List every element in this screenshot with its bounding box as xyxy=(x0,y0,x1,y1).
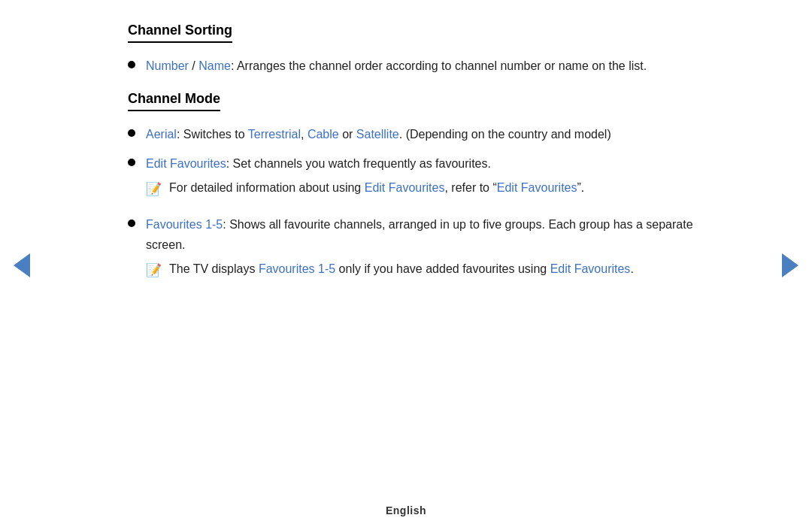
note-text-prefix: For detailed information about using xyxy=(169,181,365,194)
note-text: For detailed information about using Edi… xyxy=(169,178,584,198)
aerial-text3: or xyxy=(339,128,356,141)
note-edit-fav-link2: Edit Favourites xyxy=(497,181,577,194)
fav15-note: 📝 The TV displays Favourites 1-5 only if… xyxy=(146,259,634,281)
number-link: Number xyxy=(146,59,189,72)
bullet-dot xyxy=(128,220,135,227)
channel-mode-title: Channel Mode xyxy=(128,91,220,111)
aerial-link: Aerial xyxy=(146,128,177,141)
note-icon: 📝 xyxy=(146,260,162,281)
edit-favourites-link: Edit Favourites xyxy=(146,157,226,170)
note-icon: 📝 xyxy=(146,179,162,200)
note-text: The TV displays Favourites 1-5 only if y… xyxy=(169,259,634,279)
channel-sorting-section: Channel Sorting Number / Name: Arranges … xyxy=(128,23,707,76)
fav15-note-link2: Edit Favourites xyxy=(550,262,631,275)
bullet-dot xyxy=(128,159,135,166)
fav15-text1: : Shows all favourite channels, arranged… xyxy=(146,218,693,250)
fav15-note-prefix: The TV displays xyxy=(169,262,259,275)
separator: / xyxy=(189,59,198,72)
edit-fav-text1: : Set channels you watch frequently as f… xyxy=(226,157,491,170)
bullet-dot xyxy=(128,129,135,137)
satellite-link: Satellite xyxy=(356,128,399,141)
aerial-text2: , xyxy=(301,128,308,141)
channel-mode-section: Channel Mode Aerial: Switches to Terrest… xyxy=(128,91,707,287)
aerial-text4: . (Depending on the country and model) xyxy=(399,128,611,141)
main-content: Channel Sorting Number / Name: Arranges … xyxy=(45,0,767,325)
channel-sorting-title: Channel Sorting xyxy=(128,23,232,43)
note-edit-fav-link1: Edit Favourites xyxy=(365,181,445,194)
list-item: Number / Name: Arranges the channel orde… xyxy=(128,56,707,76)
aerial-text1: : Switches to xyxy=(177,128,248,141)
channel-sorting-bullet1-text: Number / Name: Arranges the channel orde… xyxy=(146,56,707,76)
name-link: Name xyxy=(198,59,231,72)
channel-mode-list: Aerial: Switches to Terrestrial, Cable o… xyxy=(128,125,707,287)
fav15-note-middle: only if you have added favourites using xyxy=(335,262,550,275)
edit-fav-bullet-text: Edit Favourites: Set channels you watch … xyxy=(146,154,491,174)
list-item: Aerial: Switches to Terrestrial, Cable o… xyxy=(128,125,707,144)
note-text-suffix: ”. xyxy=(577,181,585,194)
bullet-dot xyxy=(128,61,135,68)
nav-right-arrow[interactable] xyxy=(782,253,798,277)
bullet1-text: : Arranges the channel order according t… xyxy=(231,59,647,72)
aerial-bullet-text: Aerial: Switches to Terrestrial, Cable o… xyxy=(146,125,707,144)
fav15-bullet-text: Favourites 1-5: Shows all favourite chan… xyxy=(146,215,707,255)
nav-left-arrow[interactable] xyxy=(14,253,30,277)
note-text-middle: , refer to “ xyxy=(444,181,496,194)
channel-sorting-list: Number / Name: Arranges the channel orde… xyxy=(128,56,707,76)
cable-link: Cable xyxy=(308,128,339,141)
fav15-note-link1: Favourites 1-5 xyxy=(259,262,335,275)
edit-fav-note: 📝 For detailed information about using E… xyxy=(146,178,584,200)
footer-language-label: English xyxy=(386,504,426,516)
list-item: Edit Favourites: Set channels you watch … xyxy=(128,154,707,206)
list-item: Favourites 1-5: Shows all favourite chan… xyxy=(128,215,707,287)
favourites-15-link: Favourites 1-5 xyxy=(146,218,223,231)
terrestrial-link: Terrestrial xyxy=(248,128,301,141)
fav15-note-suffix: . xyxy=(630,262,633,275)
